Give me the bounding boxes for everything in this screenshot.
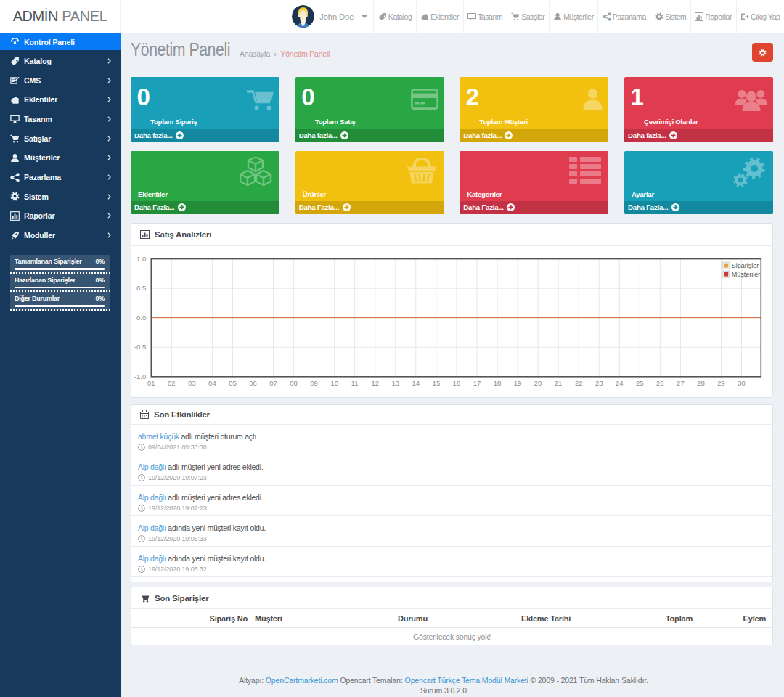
svg-text:-0.5: -0.5 [134,343,146,351]
svg-text:0.5: 0.5 [136,284,146,292]
svg-text:28: 28 [697,379,705,387]
svg-text:29: 29 [717,379,725,387]
svg-text:18: 18 [494,379,502,387]
svg-text:01: 01 [147,379,155,387]
svg-text:11: 11 [351,379,359,387]
svg-text:13: 13 [392,379,400,387]
svg-text:14: 14 [412,379,420,387]
svg-text:23: 23 [595,379,603,387]
svg-text:12: 12 [372,379,380,387]
svg-text:-1.0: -1.0 [134,372,146,380]
svg-text:07: 07 [269,379,277,387]
svg-text:Siparişler: Siparişler [732,262,759,269]
svg-text:19: 19 [514,379,522,387]
svg-text:08: 08 [290,379,298,387]
svg-text:0.0: 0.0 [136,314,146,322]
svg-text:02: 02 [168,379,176,387]
svg-text:09: 09 [310,379,318,387]
svg-text:30: 30 [738,379,746,387]
svg-text:05: 05 [229,379,237,387]
svg-text:21: 21 [555,379,563,387]
svg-text:03: 03 [188,379,196,387]
svg-text:27: 27 [677,379,685,387]
svg-text:25: 25 [636,379,644,387]
svg-text:22: 22 [575,379,583,387]
svg-text:15: 15 [433,379,441,387]
svg-text:20: 20 [534,379,542,387]
svg-text:16: 16 [453,379,461,387]
svg-text:24: 24 [616,379,624,387]
svg-text:Müşteriler: Müşteriler [732,271,761,278]
svg-text:26: 26 [656,379,664,387]
svg-text:10: 10 [330,379,338,387]
svg-text:04: 04 [208,379,216,387]
svg-text:06: 06 [249,379,257,387]
svg-text:1.0: 1.0 [136,255,146,263]
svg-text:17: 17 [473,379,481,387]
